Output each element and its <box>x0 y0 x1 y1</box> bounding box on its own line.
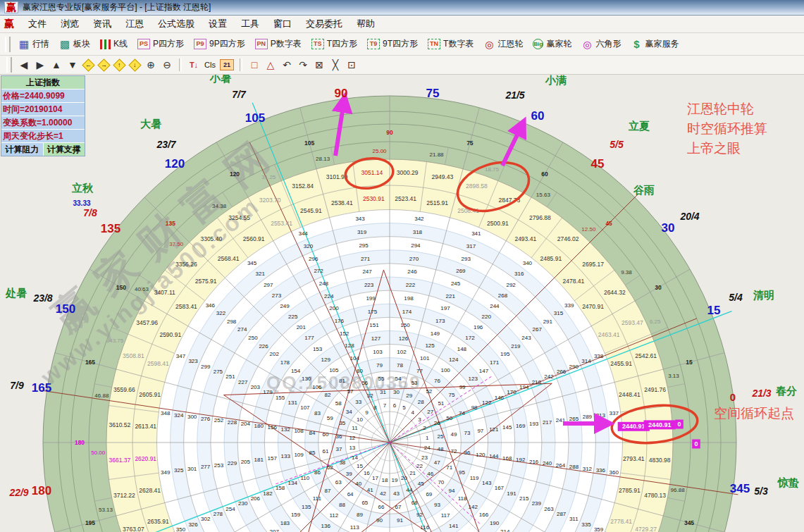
spiral-number: 17 <box>372 475 378 481</box>
degree-start-value: 0 <box>677 421 681 428</box>
rotate-cw-button[interactable]: ↷ <box>297 58 309 72</box>
menu-window-menu[interactable]: 窗口 <box>266 16 299 32</box>
spiral-number: 153 <box>313 346 323 352</box>
p-number-table-button[interactable]: PNP数字表 <box>251 37 306 51</box>
spiral-number: 175 <box>368 309 378 315</box>
menu-tools[interactable]: 工具 <box>234 16 266 32</box>
9t-square-button[interactable]: T99T四方形 <box>363 37 422 51</box>
title-bar: 赢 赢家江恩专业版[赢家服务平台] - [上证指数 江恩轮] <box>0 0 804 16</box>
step-down-button[interactable]: ▼ <box>66 58 79 72</box>
spiral-number: 147 <box>479 368 489 374</box>
spiral-number: 252 <box>214 417 224 423</box>
menu-file[interactable]: 文件 <box>21 16 54 32</box>
screen-button[interactable]: ⊡ <box>345 58 358 72</box>
outer-label-21x3: 21/3 <box>751 388 771 399</box>
spiral-number: 30 <box>393 389 400 395</box>
rect-tool-button[interactable]: □ <box>248 58 261 72</box>
menu-settings[interactable]: 设置 <box>202 16 234 32</box>
menu-formula-stock-pick[interactable]: 公式选股 <box>151 16 202 32</box>
gann-wheel-canvas[interactable]: 赢家财富网www.yingjia500.comQQ:15088003691234… <box>0 75 804 532</box>
menu-trade-entrust[interactable]: 交易委托 <box>299 16 350 32</box>
calendar-button[interactable]: 21 <box>220 59 234 70</box>
price-inner-value: 2545.91 <box>300 207 322 214</box>
spiral-number: 291 <box>543 318 553 325</box>
spiral-number: 117 <box>441 512 450 519</box>
menu-gann[interactable]: 江恩 <box>118 16 151 32</box>
9p-square-button[interactable]: P99P四方形 <box>190 37 249 51</box>
calc-support-button[interactable]: 计算支撑 <box>44 143 85 156</box>
spiral-number: 69 <box>426 491 432 497</box>
triangle-tool-button[interactable]: △ <box>264 58 277 72</box>
zoom-in-button[interactable]: ⊕ <box>144 58 157 72</box>
menu-browse[interactable]: 浏览 <box>54 16 86 32</box>
rotate-ccw-button[interactable]: ↶ <box>280 58 293 72</box>
price-outer-value: 2949.43 <box>432 173 454 180</box>
spiral-number: 319 <box>357 229 367 235</box>
spiral-number: 168 <box>502 455 512 462</box>
winner-service-button[interactable]: $赢家服务 <box>626 37 683 51</box>
price-inner-value: 2470.91 <box>582 303 604 310</box>
price-inner-value: 2568.41 <box>218 255 240 262</box>
outer-label-90: 90 <box>335 87 348 100</box>
spiral-number: 272 <box>314 268 323 274</box>
kline-button[interactable]: K线 <box>96 37 132 51</box>
spiral-number: 204 <box>241 421 251 427</box>
hexagon-button[interactable]: ◎六角形 <box>577 37 625 51</box>
page-next-button[interactable]: ▶ <box>34 58 47 72</box>
price-inner-value: 2613.41 <box>135 423 156 430</box>
outer-label-7x8: 7/8 <box>83 207 97 218</box>
spiral-number: 79 <box>376 362 383 369</box>
diamond-up-button[interactable]: ↑ <box>113 58 125 71</box>
spiral-number: 169 <box>516 423 526 429</box>
outer-label-180: 180 <box>32 484 51 497</box>
spiral-number: 192 <box>516 457 526 463</box>
menu-news[interactable]: 资讯 <box>86 16 118 32</box>
spiral-number: 122 <box>482 400 492 406</box>
spiral-number: 44 <box>406 487 412 493</box>
step-up-button[interactable]: ▲ <box>50 58 63 72</box>
zoom-out-button[interactable]: ⊖ <box>161 58 173 72</box>
delete-box-button[interactable]: ⊠ <box>313 58 326 72</box>
t-square-button[interactable]: TST四方形 <box>307 37 361 51</box>
diamond-down-button[interactable]: ↓ <box>128 58 141 71</box>
spiral-number: 200 <box>329 305 339 311</box>
time-axis-button[interactable]: T↓ <box>187 58 200 72</box>
price-inner-value: 2628.41 <box>139 487 161 494</box>
spiral-number: 254 <box>225 506 235 512</box>
price-inner-value: 2478.41 <box>563 278 585 285</box>
outer-label-345: 345 <box>730 482 750 495</box>
spiral-number: 21 <box>409 470 416 476</box>
calc-resistance-button[interactable]: 计算阻力 <box>1 143 44 156</box>
degree-value: 96.88 <box>671 487 686 493</box>
spiral-number: 89 <box>357 512 363 518</box>
quotes-button[interactable]: ▦行情 <box>14 37 54 51</box>
spiral-number: 31 <box>380 389 386 395</box>
outer-label-xx: 处暑 <box>5 287 27 299</box>
spiral-number: 95 <box>459 469 465 476</box>
spiral-number: 120 <box>476 452 486 458</box>
spiral-number: 240 <box>543 460 552 466</box>
winner-wheel-button[interactable]: Big赢家轮 <box>528 37 576 51</box>
cls-button[interactable]: Cls <box>204 58 216 72</box>
diamond-right-button[interactable]: → <box>97 58 110 71</box>
menu-help[interactable]: 帮助 <box>350 16 382 32</box>
spiral-number: 72 <box>451 448 457 454</box>
spiral-number: 133 <box>280 453 290 459</box>
diamond-left-button[interactable]: ← <box>82 58 94 71</box>
t-number-table-button[interactable]: TNT数字表 <box>423 37 478 51</box>
degree-value: 28.13 <box>316 156 330 162</box>
p-square-button[interactable]: PSP四方形 <box>133 37 188 51</box>
spiral-number: 360 <box>610 469 619 476</box>
gann-wheel-button[interactable]: ◎江恩轮 <box>479 37 527 51</box>
sectors-button[interactable]: ▩板块 <box>55 37 94 51</box>
spiral-number: 201 <box>297 324 307 330</box>
outer-label-105: 105 <box>245 111 265 125</box>
price-inner-value: 2530.91 <box>363 195 385 202</box>
spiral-number: 278 <box>214 511 223 517</box>
spiral-number: 91 <box>397 517 403 524</box>
converge-button[interactable]: ╳ <box>329 58 342 72</box>
spiral-number: 142 <box>469 504 478 510</box>
outer-label-150: 150 <box>56 302 75 316</box>
page-prev-button[interactable]: ◀ <box>18 58 30 72</box>
spiral-number: 323 <box>188 358 198 364</box>
